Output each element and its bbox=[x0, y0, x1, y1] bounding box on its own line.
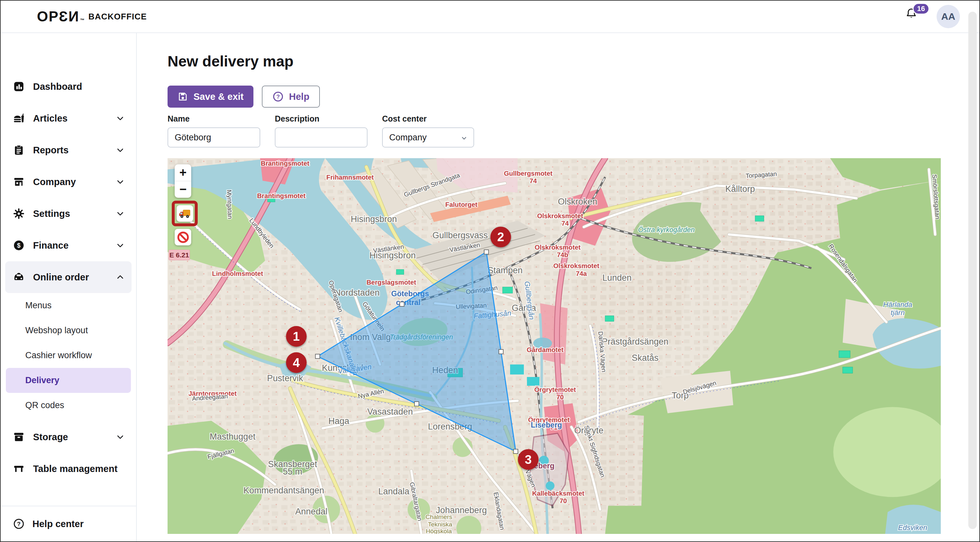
map-label: Olskroksmotet bbox=[537, 212, 583, 220]
map-zoom-control: + − bbox=[175, 164, 191, 198]
sidebar-item-menus[interactable]: Menus bbox=[1, 293, 136, 318]
polygon-handle[interactable] bbox=[415, 402, 419, 406]
save-exit-button[interactable]: Save & exit bbox=[167, 86, 253, 108]
name-input[interactable] bbox=[167, 128, 260, 148]
description-input[interactable] bbox=[275, 128, 368, 148]
map-label: Falutorget bbox=[445, 201, 477, 208]
map-label: 74b bbox=[557, 251, 568, 258]
map-label: Frihamnsmotet bbox=[326, 174, 374, 181]
sidebar-item-label: Cashier workflow bbox=[25, 351, 92, 360]
map-label: Prästgårdsängen bbox=[602, 337, 668, 346]
svg-text:1: 1 bbox=[293, 329, 300, 343]
description-label: Description bbox=[275, 114, 368, 123]
svg-text:3: 3 bbox=[525, 453, 531, 467]
save-icon bbox=[177, 91, 188, 102]
polygon-handle[interactable] bbox=[514, 449, 518, 453]
help-circle-icon: ? bbox=[13, 518, 25, 530]
polygon-handle[interactable] bbox=[315, 354, 320, 359]
map-label: Pustervik bbox=[267, 373, 303, 383]
delivery-zone-tool-button[interactable] bbox=[177, 205, 193, 222]
delivery-map[interactable]: BrantingsmotetBrantingsmotetFrihamnsmote… bbox=[167, 158, 941, 534]
company-icon bbox=[13, 176, 25, 188]
page-scrollbar[interactable] bbox=[968, 12, 977, 529]
map-label: Högskola bbox=[426, 528, 452, 534]
sidebar: DashboardArticlesReportsCompanySettings$… bbox=[1, 33, 137, 541]
app-window: OPƐИ ™ BACKOFFICE 16 AA DashboardArticle… bbox=[0, 0, 980, 542]
map-label: Gårdamotet bbox=[527, 346, 563, 353]
sidebar-item-label: Company bbox=[33, 177, 76, 187]
logo-backoffice-label: BACKOFFICE bbox=[89, 12, 147, 22]
map-label: Gullbergsmotet bbox=[504, 170, 552, 177]
sidebar-item-qr-codes[interactable]: QR codes bbox=[1, 393, 136, 418]
delivery-truck-icon bbox=[178, 207, 191, 220]
map-label: Landala bbox=[378, 487, 410, 497]
map-label: Kallebäcksmotet bbox=[532, 490, 584, 497]
map-label: Kålltorp bbox=[725, 184, 755, 194]
sidebar-item-settings[interactable]: Settings bbox=[1, 198, 136, 230]
sidebar-item-storage[interactable]: Storage bbox=[1, 421, 136, 453]
map-label: Lunden bbox=[603, 273, 632, 283]
sidebar-item-help-center[interactable]: ? Help center bbox=[1, 506, 136, 541]
svg-text:?: ? bbox=[276, 93, 280, 100]
avatar[interactable]: AA bbox=[937, 5, 960, 28]
sidebar-item-articles[interactable]: Articles bbox=[1, 102, 136, 134]
chevron-down-icon bbox=[116, 178, 124, 186]
sidebar-item-label: Online order bbox=[33, 272, 89, 283]
cost-center-value: Company bbox=[389, 132, 427, 143]
sidebar-item-cashier-workflow[interactable]: Cashier workflow bbox=[1, 343, 136, 368]
map-label: 74a bbox=[576, 270, 587, 277]
sidebar-item-label: Table management bbox=[33, 464, 118, 474]
map-label: Hisingsbron bbox=[351, 214, 397, 224]
map-label: 74 bbox=[530, 177, 537, 185]
sidebar-item-webshop-layout[interactable]: Webshop layout bbox=[1, 318, 136, 343]
sidebar-item-finance[interactable]: $Finance bbox=[1, 230, 136, 261]
truck-tool-highlight bbox=[172, 201, 198, 226]
polygon-handle[interactable] bbox=[499, 349, 503, 354]
sidebar-item-label: Delivery bbox=[25, 375, 59, 386]
sidebar-item-table-management[interactable]: Table management bbox=[1, 453, 136, 485]
chevron-down-icon bbox=[116, 433, 124, 441]
sidebar-item-reports[interactable]: Reports bbox=[1, 134, 136, 166]
sidebar-item-label: Menus bbox=[25, 301, 51, 311]
road-badge: E 6.21 bbox=[169, 250, 190, 260]
chevron-down-icon bbox=[116, 146, 124, 154]
help-label: Help bbox=[289, 91, 310, 102]
sidebar-item-label: Dashboard bbox=[33, 81, 82, 92]
map-label: Olskroksmotet bbox=[535, 244, 581, 251]
sidebar-item-dashboard[interactable]: Dashboard bbox=[1, 71, 136, 102]
sidebar-item-label: Reports bbox=[33, 145, 69, 156]
notification-badge: 16 bbox=[913, 3, 929, 14]
map-label: tjärn bbox=[891, 309, 905, 317]
sidebar-nav: DashboardArticlesReportsCompanySettings$… bbox=[1, 33, 136, 485]
polygon-handle[interactable] bbox=[400, 302, 404, 306]
map-label: Bergslagsmotet bbox=[366, 279, 416, 286]
map-label: Olskroken bbox=[558, 197, 598, 207]
blocked-zone-tool-button[interactable] bbox=[175, 229, 191, 245]
sidebar-item-online-order[interactable]: Online order bbox=[5, 261, 132, 293]
cost-center-select[interactable]: Company bbox=[382, 128, 474, 148]
map-label: Östra kyrkogården bbox=[638, 226, 695, 234]
zoom-in-button[interactable]: + bbox=[175, 164, 191, 181]
topbar-actions: 16 AA bbox=[905, 5, 960, 28]
sidebar-item-delivery[interactable]: Delivery bbox=[6, 368, 131, 393]
sidebar-item-company[interactable]: Company bbox=[1, 166, 136, 198]
map-label: Olskroksmotet bbox=[554, 262, 600, 269]
map-label: Chalmers bbox=[425, 513, 452, 520]
map-label: Edsviken bbox=[898, 523, 927, 532]
chevron-down-icon bbox=[116, 241, 124, 250]
svg-text:2: 2 bbox=[497, 230, 504, 244]
map-label: 70 bbox=[560, 497, 567, 505]
polygon-handle[interactable] bbox=[484, 250, 489, 254]
notifications-button[interactable]: 16 bbox=[905, 8, 924, 26]
sidebar-item-label: Finance bbox=[33, 240, 69, 251]
sidebar-item-label: Storage bbox=[33, 432, 68, 443]
finance-icon: $ bbox=[13, 239, 25, 251]
map-label: Haga bbox=[328, 416, 350, 426]
map-label: Örgrytemotet bbox=[535, 386, 576, 393]
map-label: 70 bbox=[557, 394, 564, 401]
zoom-out-button[interactable]: − bbox=[175, 181, 191, 198]
reports-icon bbox=[13, 144, 25, 156]
help-button[interactable]: ? Help bbox=[262, 86, 320, 108]
settings-icon bbox=[13, 208, 25, 220]
help-center-label: Help center bbox=[32, 519, 84, 529]
